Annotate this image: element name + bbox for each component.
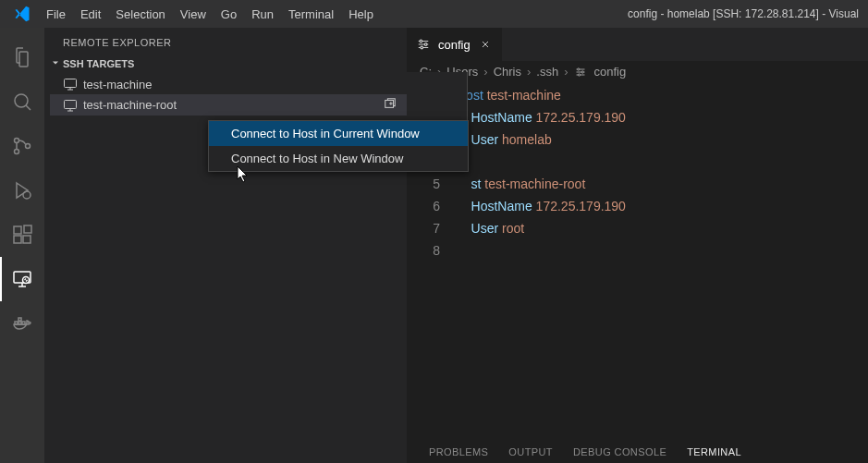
menu-run[interactable]: Run [244, 4, 281, 25]
ssh-target-item[interactable]: test-machine-root [50, 94, 407, 116]
activity-search[interactable] [0, 79, 44, 124]
svg-point-18 [420, 40, 422, 43]
activity-source-control[interactable] [0, 124, 44, 168]
breadcrumb-part[interactable]: C: [420, 65, 432, 79]
editor-tabs: config [407, 28, 868, 61]
activity-remote-explorer[interactable] [0, 257, 44, 301]
breadcrumb-part[interactable]: Chris [494, 65, 521, 79]
svg-point-4 [23, 191, 31, 199]
menu-go[interactable]: Go [214, 4, 244, 25]
chevron-down-icon [48, 57, 63, 70]
activity-docker[interactable] [0, 301, 44, 346]
breadcrumb-part[interactable]: .ssh [536, 65, 558, 79]
new-window-icon[interactable] [381, 97, 399, 113]
svg-point-22 [581, 70, 583, 72]
panel-tab-output[interactable]: OUTPUT [508, 446, 553, 457]
svg-rect-5 [14, 226, 21, 234]
editor-tab[interactable]: config [407, 28, 502, 61]
line-gutter: 12345678 [407, 84, 457, 262]
svg-rect-16 [65, 100, 77, 108]
editor-area: config C:› Users› Chris› .ssh› config 12… [407, 28, 868, 463]
panel-tab-problems[interactable]: PROBLEMS [429, 446, 488, 457]
title-bar: File Edit Selection View Go Run Terminal… [0, 0, 868, 28]
settings-lines-icon [574, 66, 587, 79]
svg-point-20 [421, 46, 423, 49]
activity-explorer[interactable] [0, 35, 44, 79]
svg-rect-7 [23, 236, 31, 243]
panel-tab-debug-console[interactable]: DEBUG CONSOLE [573, 446, 666, 457]
tab-label: config [438, 38, 471, 52]
svg-rect-6 [14, 236, 21, 243]
section-ssh-targets[interactable]: SSH TARGETS [44, 54, 407, 74]
ssh-target-item[interactable]: test-machine [50, 74, 407, 94]
close-icon[interactable] [478, 37, 493, 52]
svg-point-21 [577, 67, 579, 69]
svg-rect-15 [65, 79, 77, 88]
svg-rect-14 [18, 318, 21, 321]
activity-run-debug[interactable] [0, 168, 44, 213]
activity-extensions[interactable] [0, 213, 44, 257]
context-menu: Connect to Host in Current Window Connec… [208, 120, 469, 172]
menu-view[interactable]: View [173, 4, 214, 25]
monitor-icon [63, 98, 78, 113]
menu-bar: File Edit Selection View Go Run Terminal… [39, 4, 381, 25]
code-editor[interactable]: 12345678 Host test-machine HostName 172.… [407, 82, 868, 262]
code-body[interactable]: Host test-machine HostName 172.25.179.19… [457, 84, 868, 262]
menu-help[interactable]: Help [341, 4, 381, 25]
svg-rect-8 [24, 225, 31, 233]
svg-point-2 [15, 150, 19, 154]
activity-bar [0, 28, 44, 463]
window-title: config - homelab [SSH: 172.28.81.214] - … [381, 7, 862, 20]
svg-point-23 [578, 73, 580, 75]
breadcrumb-part[interactable]: config [594, 65, 627, 79]
svg-point-10 [23, 277, 30, 284]
svg-point-1 [15, 139, 19, 143]
svg-point-0 [15, 94, 28, 107]
section-label: SSH TARGETS [63, 58, 134, 69]
context-menu-item[interactable]: Connect to Host in New Window [209, 146, 468, 171]
ssh-target-label: test-machine-root [83, 98, 177, 112]
panel-tabs: PROBLEMS OUTPUT DEBUG CONSOLE TERMINAL [407, 446, 868, 463]
menu-file[interactable]: File [39, 4, 73, 25]
ssh-target-label: test-machine [83, 78, 152, 91]
menu-edit[interactable]: Edit [73, 4, 108, 25]
sidebar-remote-explorer: REMOTE EXPLORER SSH TARGETS test-machine… [44, 28, 407, 463]
context-menu-item[interactable]: Connect to Host in Current Window [209, 121, 468, 146]
vscode-logo-icon [13, 5, 31, 23]
svg-point-3 [26, 144, 31, 149]
menu-terminal[interactable]: Terminal [281, 4, 341, 25]
panel-tab-terminal[interactable]: TERMINAL [687, 446, 741, 457]
sidebar-title: REMOTE EXPLORER [44, 28, 407, 54]
monitor-icon [63, 77, 78, 91]
breadcrumb-part[interactable]: Users [446, 65, 478, 79]
breadcrumbs[interactable]: C:› Users› Chris› .ssh› config [407, 61, 868, 82]
ssh-target-list: test-machine test-machine-root [44, 74, 407, 116]
menu-selection[interactable]: Selection [108, 4, 172, 25]
settings-lines-icon [416, 37, 431, 52]
svg-point-19 [424, 43, 427, 46]
